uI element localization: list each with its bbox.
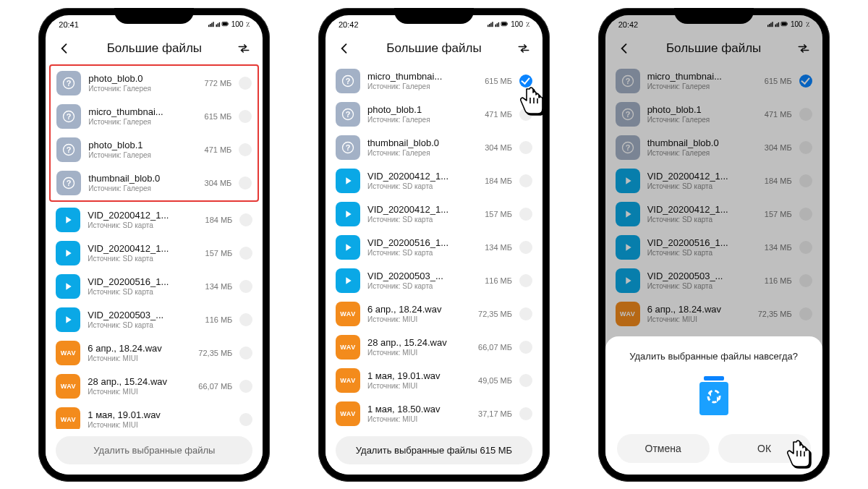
file-row[interactable]: ?photo_blob.1Источник: Галерея471 МБ: [330, 98, 538, 131]
select-checkbox[interactable]: [799, 108, 812, 121]
svg-rect-42: [769, 24, 770, 27]
select-checkbox[interactable]: [519, 208, 532, 221]
back-button[interactable]: [617, 41, 631, 56]
file-row[interactable]: WAV1 мая, 18.50.wavИсточник: MIUI37,17 М…: [330, 397, 538, 430]
battery-unit: ٪: [806, 20, 809, 28]
select-checkbox[interactable]: [519, 108, 532, 121]
select-checkbox[interactable]: [799, 307, 812, 320]
file-list[interactable]: ?micro_thumbnai...Источник: Галерея615 М…: [326, 64, 542, 437]
file-name: micro_thumbnai...: [88, 106, 182, 117]
back-button[interactable]: [337, 41, 352, 56]
file-info: VID_20200412_1...Источник: SD карта: [88, 210, 184, 229]
file-name: 1 мая, 19.01.wav: [367, 370, 461, 381]
file-name: 6 апр., 18.24.wav: [647, 304, 741, 315]
file-row[interactable]: WAV6 апр., 18.24.wavИсточник: MIUI72,35 …: [330, 297, 538, 331]
file-row[interactable]: ?micro_thumbnai...Источник: Галерея615 М…: [51, 100, 258, 133]
sort-button[interactable]: [237, 41, 251, 56]
file-row[interactable]: VID_20200516_1...Источник: SD карта134 М…: [330, 231, 538, 264]
file-row[interactable]: VID_20200412_1...Источник: SD карта157 М…: [610, 197, 818, 231]
file-row[interactable]: VID_20200516_1...Источник: SD карта134 М…: [610, 231, 818, 264]
file-row[interactable]: VID_20200503_...Источник: SD карта116 МБ: [330, 264, 538, 297]
file-info: VID_20200516_1...Источник: SD карта: [367, 237, 464, 257]
notch: [114, 8, 194, 24]
select-checkbox[interactable]: [239, 213, 252, 226]
select-checkbox[interactable]: [799, 274, 812, 287]
select-checkbox[interactable]: [799, 75, 812, 88]
file-list[interactable]: ?photo_blob.0Источник: Галерея772 МБ?mic…: [46, 64, 263, 437]
select-checkbox[interactable]: [239, 346, 252, 360]
back-button[interactable]: [57, 41, 72, 56]
file-row[interactable]: WAV28 апр., 15.24.wavИсточник: MIUI66,07…: [330, 331, 538, 364]
select-checkbox[interactable]: [519, 374, 532, 387]
select-checkbox[interactable]: [239, 247, 252, 260]
select-checkbox[interactable]: [239, 380, 252, 393]
delete-button[interactable]: Удалить выбранные файлы: [56, 436, 252, 464]
file-row[interactable]: ?thumbnail_blob.0Источник: Галерея304 МБ: [330, 131, 538, 164]
select-checkbox[interactable]: [519, 174, 532, 187]
select-checkbox[interactable]: [519, 341, 532, 354]
select-checkbox[interactable]: [799, 141, 812, 154]
sort-button[interactable]: [796, 41, 811, 56]
select-checkbox[interactable]: [519, 407, 532, 420]
file-row[interactable]: ?micro_thumbnai...Источник: Галерея615 М…: [610, 64, 818, 98]
sort-button[interactable]: [516, 41, 531, 56]
svg-rect-47: [778, 22, 779, 26]
file-row[interactable]: WAV1 мая, 19.01.wavИсточник: MIUI49,05 М…: [330, 364, 538, 397]
file-size: 49,05 МБ: [472, 376, 512, 385]
file-row[interactable]: WAV28 апр., 15.24.wavИсточник: MIUI66,07…: [50, 370, 258, 403]
file-name: VID_20200503_...: [367, 271, 461, 281]
svg-rect-5: [217, 23, 218, 27]
file-row[interactable]: WAV6 апр., 18.24.wavИсточник: MIUI72,35 …: [50, 336, 258, 370]
file-size: 72,35 МБ: [192, 349, 232, 357]
file-name: 6 апр., 18.24.wav: [367, 304, 461, 315]
file-row[interactable]: VID_20200503_...Источник: SD карта116 МБ: [610, 264, 818, 297]
file-info: thumbnail_blob.0Источник: Галерея: [647, 137, 744, 157]
file-row[interactable]: ?thumbnail_blob.0Источник: Галерея304 МБ: [610, 131, 818, 164]
file-row[interactable]: ?thumbnail_blob.0Источник: Галерея304 МБ: [51, 166, 258, 200]
file-info: VID_20200503_...Источник: SD карта: [647, 271, 744, 290]
file-name: photo_blob.0: [88, 73, 182, 84]
select-checkbox[interactable]: [239, 413, 252, 426]
file-info: VID_20200516_1...Источник: SD карта: [647, 237, 744, 257]
select-checkbox[interactable]: [519, 141, 532, 154]
file-name: micro_thumbnai...: [367, 71, 461, 82]
file-size: 116 МБ: [752, 276, 792, 285]
file-row[interactable]: VID_20200516_1...Источник: SD карта134 М…: [50, 270, 258, 303]
file-row[interactable]: ?photo_blob.1Источник: Галерея471 МБ: [51, 133, 258, 166]
file-size: 157 МБ: [752, 210, 792, 218]
file-size: 471 МБ: [472, 110, 512, 119]
select-checkbox[interactable]: [239, 177, 252, 190]
file-row[interactable]: ?photo_blob.1Источник: Галерея471 МБ: [610, 98, 818, 131]
select-checkbox[interactable]: [519, 241, 532, 254]
dialog-cancel-button[interactable]: Отмена: [617, 434, 710, 463]
select-checkbox[interactable]: [239, 280, 252, 293]
wav-file-icon: WAV: [336, 335, 360, 360]
select-checkbox[interactable]: [239, 77, 252, 90]
select-checkbox[interactable]: [799, 241, 812, 254]
file-row[interactable]: VID_20200412_1...Источник: SD карта184 М…: [610, 164, 818, 197]
file-name: 1 мая, 19.01.wav: [88, 409, 182, 420]
delete-button[interactable]: Удалить выбранные файлы 615 МБ: [336, 436, 532, 464]
file-row[interactable]: VID_20200412_1...Источник: SD карта184 М…: [330, 164, 538, 197]
select-checkbox[interactable]: [519, 274, 532, 287]
video-file-icon: [616, 235, 640, 260]
file-row[interactable]: VID_20200412_1...Источник: SD карта184 М…: [50, 203, 258, 237]
video-file-icon: [336, 202, 360, 226]
select-checkbox[interactable]: [239, 143, 252, 156]
select-checkbox[interactable]: [519, 75, 532, 88]
wav-file-icon: WAV: [336, 401, 360, 426]
dialog-ok-button[interactable]: ОК: [718, 434, 811, 463]
file-row[interactable]: ?photo_blob.0Источник: Галерея772 МБ: [51, 67, 258, 100]
file-row[interactable]: VID_20200412_1...Источник: SD карта157 М…: [50, 237, 258, 270]
file-row[interactable]: VID_20200412_1...Источник: SD карта157 М…: [330, 197, 538, 231]
file-row[interactable]: ?micro_thumbnai...Источник: Галерея615 М…: [330, 64, 538, 98]
file-row[interactable]: VID_20200503_...Источник: SD карта116 МБ: [50, 303, 258, 336]
header: Большие файлы: [46, 34, 263, 64]
status-time: 20:42: [339, 20, 359, 29]
select-checkbox[interactable]: [799, 174, 812, 187]
select-checkbox[interactable]: [239, 313, 252, 326]
select-checkbox[interactable]: [799, 208, 812, 221]
file-row[interactable]: WAV6 апр., 18.24.wavИсточник: MIUI72,35 …: [610, 297, 818, 331]
select-checkbox[interactable]: [239, 110, 252, 123]
select-checkbox[interactable]: [519, 307, 532, 320]
